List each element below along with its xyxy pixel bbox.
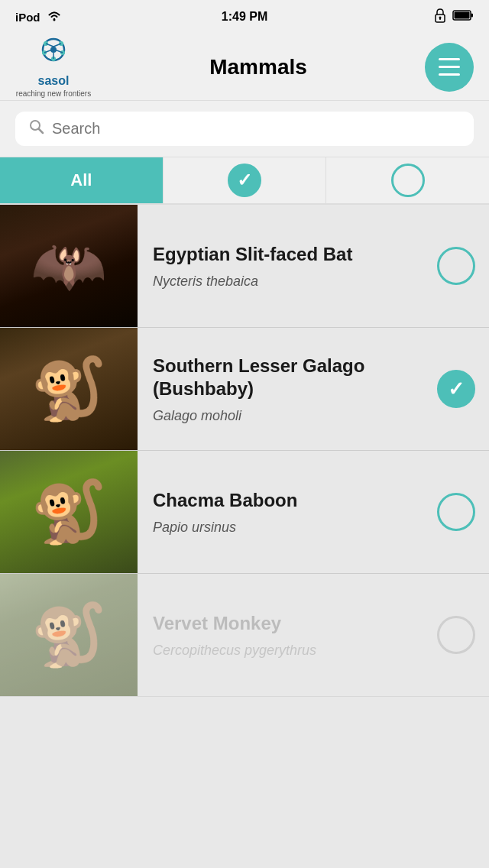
item-content: Egyptian Slit-faced Bat Nycteris thebaic…	[138, 231, 437, 302]
status-left: iPod	[15, 10, 62, 24]
brand-tagline: reaching new frontiers	[16, 89, 91, 99]
animal-name: Chacma Baboon	[153, 489, 425, 512]
menu-button[interactable]	[425, 43, 474, 92]
list-item: Southern Lesser Galago (Bushbaby) Galago…	[0, 328, 489, 451]
filter-tabs: All ✓	[0, 157, 489, 205]
svg-rect-5	[455, 12, 470, 19]
svg-point-0	[53, 18, 55, 21]
search-input[interactable]	[52, 120, 460, 138]
hamburger-icon	[439, 58, 460, 76]
animal-name: Southern Lesser Galago (Bushbaby)	[153, 355, 425, 400]
item-content: Southern Lesser Galago (Bushbaby) Galago…	[138, 342, 437, 436]
filter-tab-checked[interactable]: ✓	[164, 157, 327, 203]
item-content: Vervet Monkey Cercopithecus pygerythrus	[138, 600, 437, 671]
checkmark-icon: ✓	[448, 377, 465, 401]
animal-checkbox-bat[interactable]	[437, 247, 475, 285]
animal-scientific: Galago moholi	[153, 408, 425, 424]
device-label: iPod	[15, 11, 40, 24]
unchecked-circle-icon	[391, 164, 425, 197]
animal-scientific: Nycteris thebaica	[153, 274, 425, 290]
animal-image-vervet	[0, 574, 138, 696]
brand-name: sasol	[38, 74, 70, 88]
animal-image-baboon	[0, 451, 138, 573]
sasol-logo-icon	[31, 36, 76, 74]
search-bar[interactable]	[15, 112, 474, 146]
filter-all-label: All	[70, 170, 92, 190]
animal-scientific: Cercopithecus pygerythrus	[153, 643, 425, 659]
checkmark-icon: ✓	[237, 171, 252, 189]
filter-tab-unchecked[interactable]	[326, 157, 489, 203]
search-icon	[29, 119, 44, 138]
checked-circle-icon: ✓	[228, 164, 261, 197]
lock-icon	[434, 8, 446, 26]
animal-name: Egyptian Slit-faced Bat	[153, 243, 425, 266]
item-content: Chacma Baboon Papio ursinus	[138, 477, 437, 548]
search-container	[0, 101, 489, 157]
animal-list: Egyptian Slit-faced Bat Nycteris thebaic…	[0, 205, 489, 697]
battery-icon	[452, 9, 474, 24]
animal-image-bat	[0, 205, 138, 327]
list-item: Chacma Baboon Papio ursinus	[0, 451, 489, 574]
time-display: 1:49 PM	[222, 10, 267, 24]
svg-line-20	[39, 129, 43, 133]
animal-scientific: Papio ursinus	[153, 520, 425, 536]
svg-rect-6	[471, 14, 474, 18]
list-item: Vervet Monkey Cercopithecus pygerythrus	[0, 574, 489, 697]
page-title: Mammals	[92, 55, 425, 79]
status-right	[434, 8, 474, 26]
filter-tab-all[interactable]: All	[0, 157, 164, 203]
animal-name: Vervet Monkey	[153, 612, 425, 635]
app-header: sasol reaching new frontiers Mammals	[0, 34, 489, 101]
animal-image-galago	[0, 328, 138, 450]
animal-checkbox-baboon[interactable]	[437, 493, 475, 531]
animal-checkbox-vervet[interactable]	[437, 616, 475, 654]
wifi-icon	[47, 10, 62, 24]
animal-checkbox-galago[interactable]: ✓	[437, 370, 475, 408]
svg-rect-3	[439, 18, 441, 20]
logo-area: sasol reaching new frontiers	[15, 36, 92, 99]
status-bar: iPod 1:49 PM	[0, 0, 489, 34]
list-item: Egyptian Slit-faced Bat Nycteris thebaic…	[0, 205, 489, 328]
